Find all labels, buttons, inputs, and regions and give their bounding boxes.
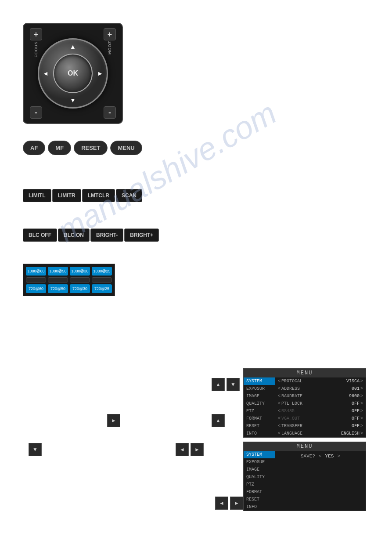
mf-button[interactable]: MF xyxy=(48,141,71,155)
nav-left-button-bottom[interactable]: ◄ xyxy=(215,497,228,510)
focus-minus-button[interactable]: - xyxy=(30,106,42,119)
res-empty-3 xyxy=(70,277,90,283)
menu-left-info[interactable]: INFO xyxy=(244,430,275,437)
save-val-text: YES xyxy=(325,453,334,459)
menu2-left-ptz[interactable]: PTZ xyxy=(244,481,275,488)
save-label-text: SAVE? xyxy=(301,453,315,459)
menu-left-system[interactable]: SYSTEM xyxy=(244,377,275,385)
af-mf-row: AF MF RESET MENU xyxy=(23,141,142,155)
menu-right-col-1: < PROTOCAL VISCA > < ADDRESS 001 > < BAU… xyxy=(275,377,366,437)
menu-left-col-2: SYSTEM EXPOSUR IMAGE QUALITY PTZ FORMAT … xyxy=(244,451,275,511)
limitl-button[interactable]: LIMITL xyxy=(23,189,51,202)
res-empty-1 xyxy=(26,277,46,283)
zoom-minus-button[interactable]: - xyxy=(104,106,116,119)
blc-row: BLC OFF BLC ON BRIGHT- BRIGHT+ xyxy=(23,229,159,242)
menu-left-quality[interactable]: QUALITY xyxy=(244,400,275,407)
menu-body-2: SYSTEM EXPOSUR IMAGE QUALITY PTZ FORMAT … xyxy=(244,451,366,511)
nav-down-icon-left[interactable]: ▼ xyxy=(29,443,42,456)
menu2-left-info[interactable]: INFO xyxy=(244,503,275,511)
menu2-left-system[interactable]: SYSTEM xyxy=(244,451,275,458)
res-empty-2 xyxy=(48,277,68,283)
menu-right-protocal: < PROTOCAL VISCA > xyxy=(275,377,366,385)
nav-left-button-mid[interactable]: ◄ xyxy=(176,443,189,456)
menu-body-1: SYSTEM EXPOSUR IMAGE QUALITY PTZ FORMAT … xyxy=(244,377,366,437)
ud-arrows-top: ▲ ▼ xyxy=(212,378,240,391)
nav-right-button-mid2[interactable]: ► xyxy=(191,443,204,456)
nav-up-icon-right[interactable]: ▲ xyxy=(212,414,225,427)
nav-down-button-left[interactable]: ▼ xyxy=(29,443,42,456)
menu-left-col-1: SYSTEM EXPOSUR IMAGE QUALITY PTZ FORMAT … xyxy=(244,377,275,437)
lmtclr-button[interactable]: LMTCLR xyxy=(82,189,115,202)
menu-left-format[interactable]: FORMAT xyxy=(244,415,275,422)
menu-left-ptz[interactable]: PTZ xyxy=(244,407,275,415)
af-button[interactable]: AF xyxy=(23,141,45,155)
menu-right-baudrate: < BAUDRATE 9600 > xyxy=(275,392,366,400)
right-arrow-icon[interactable]: ► xyxy=(97,70,103,77)
limitr-button[interactable]: LIMITR xyxy=(52,189,81,202)
res-empty-4 xyxy=(92,277,112,283)
menu-title-2: MENU xyxy=(244,442,366,451)
bright-plus-button[interactable]: BRIGHT+ xyxy=(124,229,159,242)
menu2-left-image[interactable]: IMAGE xyxy=(244,466,275,473)
nav-up-button-top[interactable]: ▲ xyxy=(212,378,225,391)
save-chevron-right[interactable]: > xyxy=(337,453,340,459)
res-720-60[interactable]: 720@60 xyxy=(26,284,46,293)
save-chevron-left[interactable]: < xyxy=(319,453,322,459)
up-arrow-icon[interactable]: ▲ xyxy=(70,43,76,50)
lr-arrows-bottom: ◄ ► xyxy=(215,497,243,510)
menu-title-1: MENU xyxy=(244,369,366,377)
chevron-right-protocal: > xyxy=(360,379,363,384)
resolution-grid: 1080@60 1080@50 1080@30 1080@25 720@60 7… xyxy=(23,264,115,296)
reset-button[interactable]: RESET xyxy=(74,141,108,155)
joystick-panel: + FOCUS + ZOOM ▲ ▼ ◄ ► OK - - xyxy=(23,23,123,124)
menu-left-exposur[interactable]: EXPOSUR xyxy=(244,385,275,392)
left-arrow-icon[interactable]: ◄ xyxy=(43,70,49,77)
menu-panel-2: MENU SYSTEM EXPOSUR IMAGE QUALITY PTZ FO… xyxy=(243,442,366,511)
zoom-label: ZOOM xyxy=(108,41,112,55)
scan-button[interactable]: SCAN xyxy=(116,189,142,202)
blc-off-button[interactable]: BLC OFF xyxy=(23,229,57,242)
bright-minus-button[interactable]: BRIGHT- xyxy=(90,229,123,242)
outer-ring: ▲ ▼ ◄ ► OK xyxy=(38,38,108,109)
menu-button[interactable]: MENU xyxy=(110,141,142,155)
joystick-circle: ▲ ▼ ◄ ► OK xyxy=(38,38,108,109)
menu-right-transfer: < TRANSFER OFF > xyxy=(275,422,366,430)
ok-button[interactable]: OK xyxy=(53,54,93,93)
menu2-left-exposur[interactable]: EXPOSUR xyxy=(244,458,275,466)
res-1080-50[interactable]: 1080@50 xyxy=(48,267,68,276)
menu2-left-reset[interactable]: RESET xyxy=(244,496,275,503)
res-720-30[interactable]: 720@30 xyxy=(70,284,90,293)
nav-up-button-right[interactable]: ▲ xyxy=(212,414,225,427)
chevron-left-protocal: < xyxy=(278,379,281,384)
menu-right-address: < ADDRESS 001 > xyxy=(275,385,366,392)
menu-panel-1: MENU SYSTEM EXPOSUR IMAGE QUALITY PTZ FO… xyxy=(243,368,366,438)
nav-right-button-mid[interactable]: ► xyxy=(107,414,120,427)
nav-right-button-bottom[interactable]: ► xyxy=(230,497,243,510)
res-1080-25[interactable]: 1080@25 xyxy=(92,267,112,276)
limit-scan-row: LIMITL LIMITR LMTCLR SCAN xyxy=(23,189,142,202)
ok-label: OK xyxy=(68,69,78,77)
menu-right-rs485: < RS485 OFF > xyxy=(275,407,366,415)
protocal-label: PROTOCAL xyxy=(281,379,345,384)
menu-right-vgaout: < VGA_OUT OFF > xyxy=(275,415,366,422)
menu2-left-quality[interactable]: QUALITY xyxy=(244,473,275,481)
res-1080-60[interactable]: 1080@60 xyxy=(26,267,46,276)
res-720-25[interactable]: 720@25 xyxy=(92,284,112,293)
res-1080-30[interactable]: 1080@30 xyxy=(70,267,90,276)
blc-on-button[interactable]: BLC ON xyxy=(58,229,90,242)
menu-right-ptllock: < PTL LOCK OFF > xyxy=(275,400,366,407)
menu-left-reset[interactable]: RESET xyxy=(244,422,275,430)
nav-down-button-top[interactable]: ▼ xyxy=(227,378,240,391)
menu-right-language: < LANGUAGE ENGLISH > xyxy=(275,430,366,437)
menu-save-row: SAVE? < YES > xyxy=(275,451,366,461)
menu-right-col-2: SAVE? < YES > xyxy=(275,451,366,511)
lr-arrows-mid: ◄ ► xyxy=(176,443,204,456)
menu-left-image[interactable]: IMAGE xyxy=(244,392,275,400)
nav-right-icon-mid[interactable]: ► xyxy=(107,414,120,427)
res-720-50[interactable]: 720@50 xyxy=(48,284,68,293)
down-arrow-icon[interactable]: ▼ xyxy=(70,97,76,104)
protocal-val: VISCA xyxy=(346,379,360,384)
menu2-left-format[interactable]: FORMAT xyxy=(244,488,275,496)
